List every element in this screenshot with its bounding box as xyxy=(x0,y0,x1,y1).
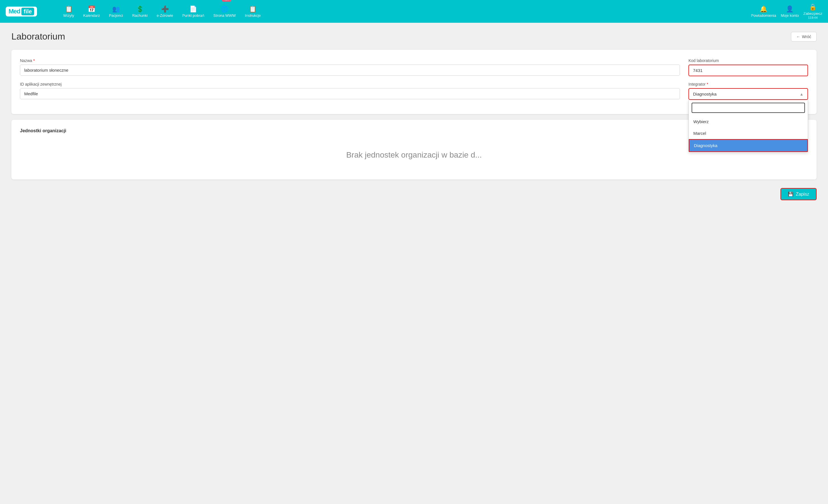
form-row-2: ID aplikacji zewnętrznej Integrator * Di… xyxy=(20,82,808,100)
kod-lab-label: Kod laboratorium xyxy=(689,58,808,63)
nav-item-powiadomienia[interactable]: 🔔 Powiadomienia xyxy=(751,5,776,18)
nav-item-e-zdrowie[interactable]: ➕ e-Zdrowie xyxy=(153,3,176,20)
id-aplikacji-field-group: ID aplikacji zewnętrznej xyxy=(20,82,680,100)
nav-label-rachunki: Rachunki xyxy=(132,13,148,18)
nav-item-kalendarz[interactable]: 📅 Kalendarz xyxy=(80,3,104,20)
nav-item-instrukcje[interactable]: 📋 Instrukcje xyxy=(242,3,264,20)
integrator-dropdown-search[interactable] xyxy=(692,103,805,113)
integrator-selected-value: Diagnostyka xyxy=(693,92,717,96)
logo-box[interactable]: Med file xyxy=(6,6,37,16)
wizyty-icon: 📋 xyxy=(65,5,73,13)
nav-item-zabezpiecz[interactable]: 🔒 Zabezpiecz 119:44 xyxy=(803,3,822,19)
dropdown-option-marcel[interactable]: Marcel xyxy=(689,127,808,139)
strona-www-icon: 🌐 xyxy=(221,5,229,13)
nazwa-field-group: Nazwa * xyxy=(20,58,680,76)
user-icon: 👤 xyxy=(786,5,793,13)
back-arrow-icon: ← xyxy=(796,34,800,39)
e-zdrowie-icon: ➕ xyxy=(161,5,169,13)
kalendarz-icon: 📅 xyxy=(88,5,95,13)
nazwa-label: Nazwa * xyxy=(20,58,680,63)
nav-right: 🔔 Powiadomienia 👤 Moje konto 🔒 Zabezpiec… xyxy=(751,3,822,19)
nazwa-required-star: * xyxy=(33,58,35,63)
rachunki-icon: 💲 xyxy=(136,5,144,13)
pacjenci-icon: 👥 xyxy=(112,5,120,13)
page-title: Laboratorium xyxy=(11,31,65,42)
powiadomienia-label: Powiadomienia xyxy=(751,13,776,18)
nav-label-punkt-pobran: Punkt pobrań xyxy=(182,13,204,18)
main-content: Laboratorium ← Wróć Nazwa * Kod laborato… xyxy=(0,23,828,504)
back-button[interactable]: ← Wróć xyxy=(791,32,817,42)
nav-item-strona-www[interactable]: NEW 🌐 Strona WWW xyxy=(210,3,239,20)
nav-item-moje-konto[interactable]: 👤 Moje konto xyxy=(781,5,799,18)
integrator-select-wrapper: Diagnostyka ▲ Wybierz Marcel Diagnostyka xyxy=(689,88,808,100)
integrator-label: Integrator * xyxy=(689,82,808,87)
nav-label-instrukcje: Instrukcje xyxy=(245,13,261,18)
nav-item-rachunki[interactable]: 💲 Rachunki xyxy=(129,3,151,20)
integrator-field-group: Integrator * Diagnostyka ▲ Wybierz xyxy=(689,82,808,100)
integrator-select[interactable]: Diagnostyka ▲ xyxy=(689,88,808,100)
kod-lab-field-group: Kod laboratorium xyxy=(689,58,808,76)
new-badge: NEW xyxy=(222,0,231,1)
nav-items: 📋 Wizyty 📅 Kalendarz 👥 Pacjenci 💲 Rachun… xyxy=(60,3,751,20)
save-button[interactable]: 💾 Zapisz xyxy=(780,188,817,200)
integrator-required-star: * xyxy=(707,82,708,87)
dropdown-option-wybierz[interactable]: Wybierz xyxy=(689,116,808,127)
back-button-label: Wróć xyxy=(802,34,811,39)
nazwa-input[interactable] xyxy=(20,64,680,76)
logo-area[interactable]: Med file xyxy=(6,6,51,16)
id-aplikacji-input[interactable] xyxy=(20,88,680,99)
integrator-dropdown-panel: Wybierz Marcel Diagnostyka xyxy=(689,100,808,152)
actions-row: 💾 Zapisz xyxy=(11,185,817,203)
nav-label-kalendarz: Kalendarz xyxy=(83,13,100,18)
page-header: Laboratorium ← Wróć xyxy=(11,31,817,42)
form-row-1: Nazwa * Kod laboratorium xyxy=(20,58,808,76)
form-card: Nazwa * Kod laboratorium ID aplikacji ze… xyxy=(11,50,817,114)
kod-lab-input[interactable] xyxy=(689,64,808,76)
moje-konto-label: Moje konto xyxy=(781,13,799,18)
nav-label-wizyty: Wizyty xyxy=(63,13,74,18)
nav-item-wizyty[interactable]: 📋 Wizyty xyxy=(60,3,77,20)
lock-icon: 🔒 xyxy=(809,3,817,11)
nav-item-pacjenci[interactable]: 👥 Pacjenci xyxy=(106,3,126,20)
dropdown-option-diagnostyka[interactable]: Diagnostyka xyxy=(689,139,808,152)
logo-file-text: file xyxy=(22,8,34,15)
nav-item-punkt-pobran[interactable]: 📄 Punkt pobrań xyxy=(179,3,208,20)
nav-label-e-zdrowie: e-Zdrowie xyxy=(157,13,173,18)
chevron-up-icon: ▲ xyxy=(799,92,803,96)
save-button-label: Zapisz xyxy=(796,192,809,197)
id-aplikacji-label: ID aplikacji zewnętrznej xyxy=(20,82,680,87)
bell-icon: 🔔 xyxy=(760,5,768,13)
zabezpiecz-label: Zabezpiecz xyxy=(803,11,822,16)
instrukcje-icon: 📋 xyxy=(249,5,256,13)
navbar: Med file 📋 Wizyty 📅 Kalendarz 👥 Pacjenci… xyxy=(0,0,828,23)
save-icon: 💾 xyxy=(788,191,793,197)
nav-label-strona-www: Strona WWW xyxy=(213,13,236,18)
nav-label-pacjenci: Pacjenci xyxy=(109,13,123,18)
punkt-pobran-icon: 📄 xyxy=(189,5,197,13)
zabezpiecz-time: 119:44 xyxy=(808,16,818,19)
logo-med-text: Med xyxy=(8,8,20,15)
